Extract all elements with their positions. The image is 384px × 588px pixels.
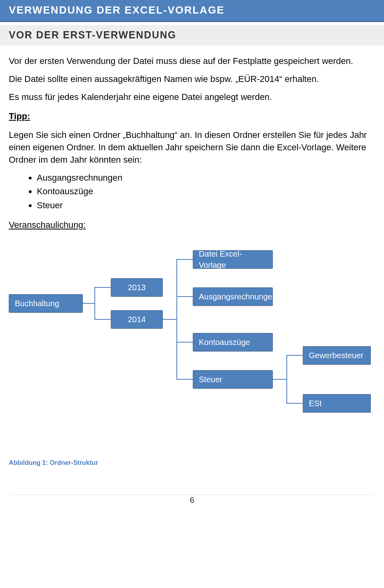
paragraph: Die Datei sollte einen aussagekräftigen … (9, 73, 375, 86)
diagram-node-subfolder: Datei Excel-Vorlage (193, 250, 273, 269)
section-title: VOR DER ERST-VERWENDUNG (9, 29, 176, 40)
paragraph: Es muss für jedes Kalenderjahr eine eige… (9, 91, 375, 104)
diagram-node-year: 2014 (111, 310, 163, 329)
node-label: 2013 (128, 282, 146, 293)
node-label: ESt (309, 398, 322, 409)
page-title: VERWENDUNG DER EXCEL-VORLAGE (9, 4, 224, 16)
node-label: Ausgangsrechnungen (199, 291, 277, 302)
page-header: VERWENDUNG DER EXCEL-VORLAGE (0, 0, 384, 22)
diagram-node-subfolder: Ausgangsrechnungen (193, 287, 273, 306)
paragraph: Vor der ersten Verwendung der Datei muss… (9, 55, 375, 68)
illustration-label: Veranschaulichung: (9, 219, 375, 231)
list-item: Kontoauszüge (37, 185, 375, 198)
node-label: 2014 (128, 314, 146, 325)
node-label: Kontoauszüge (199, 337, 250, 348)
tip-label: Tipp: (9, 110, 375, 123)
diagram-node-year: 2013 (111, 278, 163, 297)
footer-divider (9, 494, 375, 495)
diagram-node-subfolder: Kontoauszüge (193, 333, 273, 351)
folder-diagram: Buchhaltung 2013 2014 Datei Excel-Vorlag… (9, 235, 375, 447)
diagram-node-subfolder: Steuer (193, 370, 273, 389)
node-label: Datei Excel-Vorlage (199, 248, 267, 271)
node-label: Gewerbesteuer (309, 350, 364, 361)
diagram-node-root: Buchhaltung (9, 294, 83, 313)
page-number: 6 (0, 496, 384, 505)
node-label: Buchhaltung (15, 298, 59, 309)
paragraph: Legen Sie sich einen Ordner „Buchhaltung… (9, 129, 375, 166)
node-label: Steuer (199, 374, 222, 385)
list-item: Ausgangsrechnungen (37, 172, 375, 184)
bullet-list: Ausgangsrechnungen Kontoauszüge Steuer (9, 172, 375, 212)
content-body: Vor der ersten Verwendung der Datei muss… (0, 46, 384, 447)
diagram-node-tax: ESt (303, 394, 371, 413)
diagram-node-tax: Gewerbesteuer (303, 346, 371, 365)
figure-caption: Abbildung 1: Ordner-Struktur (0, 447, 384, 470)
connector-lines (9, 235, 375, 447)
section-header: VOR DER ERST-VERWENDUNG (0, 25, 384, 46)
list-item: Steuer (37, 199, 375, 212)
